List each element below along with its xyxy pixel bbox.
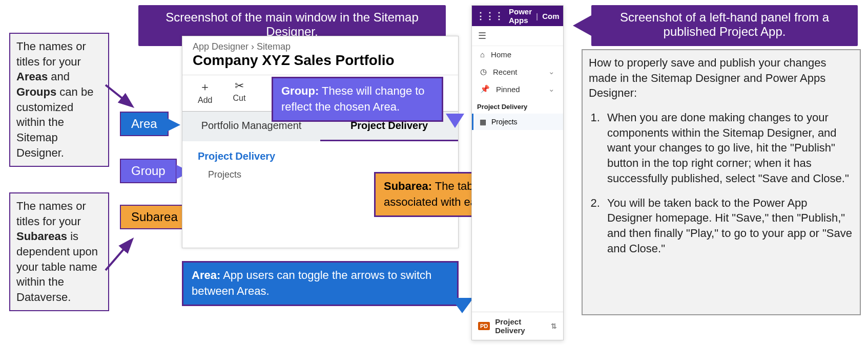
howto-step-2: You will be taken back to the Power App …	[603, 196, 854, 256]
callout-area-pointer	[451, 298, 473, 313]
svg-line-1	[106, 241, 131, 270]
arrow-to-tags-lower	[102, 235, 138, 276]
nav-home-label: Home	[491, 50, 511, 59]
cut-button[interactable]: ✂ Cut	[233, 79, 245, 105]
note-bold-areas: Areas	[16, 70, 48, 83]
tag-subarea: Subarea	[120, 205, 189, 229]
hamburger-button[interactable]: ☰	[472, 26, 563, 46]
note-subareas: The names or titles for your Subareas is…	[9, 192, 109, 311]
chevron-down-icon: ⌄	[548, 67, 555, 76]
callout-area: Area: App users can toggle the arrows to…	[182, 261, 459, 306]
nav-home[interactable]: ⌂ Home	[472, 46, 563, 63]
callout-subarea-label: Subarea:	[384, 180, 432, 192]
cut-label: Cut	[233, 94, 245, 102]
howto-box: How to properly save and publish your ch…	[582, 49, 861, 315]
home-icon: ⌂	[480, 50, 485, 59]
subarea-projects-label: Projects	[491, 118, 518, 126]
howto-step-1: When you are done making changes to your…	[603, 110, 854, 186]
callout-left-panel: Screenshot of a left-hand panel from a p…	[591, 5, 858, 46]
nav-pinned[interactable]: 📌 Pinned ⌄	[472, 80, 563, 98]
callout-group-label: Group:	[281, 84, 319, 97]
scissors-icon: ✂	[233, 79, 245, 93]
brand: Power Apps	[509, 7, 532, 25]
area-switcher[interactable]: PD Project Delivery ⇅	[472, 312, 563, 340]
nav-pinned-label: Pinned	[496, 85, 520, 94]
note-bold-groups: Groups	[16, 85, 56, 98]
chevron-updown-icon: ⇅	[551, 322, 557, 330]
howto-intro: How to properly save and publish your ch…	[589, 55, 854, 101]
chevron-down-icon: ⌄	[548, 84, 555, 94]
callout-group: Group: These will change to reflect the …	[272, 77, 443, 122]
tag-group: Group	[120, 159, 177, 183]
add-button[interactable]: ＋ Add	[198, 79, 212, 105]
brand-right: Com	[542, 12, 559, 20]
pin-icon: 📌	[480, 84, 490, 94]
note-text: The names or titles for your	[16, 200, 86, 228]
callout-area-text: App users can toggle the arrows to switc…	[192, 269, 431, 297]
grid-icon: ▦	[480, 118, 486, 126]
area-badge: PD	[478, 322, 490, 330]
callout-left-panel-pointer	[573, 15, 591, 36]
area-switcher-label: Project Delivery	[495, 317, 546, 335]
subarea-projects[interactable]: ▦ Projects	[472, 114, 563, 130]
separator: |	[536, 12, 538, 20]
waffle-icon[interactable]: ⋮⋮⋮	[476, 10, 504, 21]
note-bold-subareas: Subareas	[16, 230, 67, 243]
arrow-to-tags-upper	[102, 82, 138, 113]
app-header: ⋮⋮⋮ Power Apps | Com	[472, 6, 563, 26]
nav-recent-label: Recent	[493, 68, 518, 76]
nav-recent[interactable]: ◷ Recent ⌄	[472, 63, 563, 80]
note-text: The names or titles for your	[16, 40, 86, 68]
note-areas-groups: The names or titles for your Areas and G…	[9, 33, 109, 167]
add-label: Add	[198, 96, 212, 104]
page-title: Company XYZ Sales Portfolio	[182, 52, 458, 75]
tag-area: Area	[120, 112, 169, 136]
plus-icon: ＋	[198, 79, 212, 95]
section-project-delivery: Project Delivery	[472, 98, 563, 114]
breadcrumb: App Designer › Sitemap	[182, 36, 458, 52]
group-label[interactable]: Project Delivery	[182, 141, 458, 162]
clock-icon: ◷	[480, 67, 487, 76]
callout-area-label: Area:	[192, 269, 220, 281]
published-app-panel-screenshot: ⋮⋮⋮ Power Apps | Com ☰ ⌂ Home ◷ Recent ⌄…	[471, 5, 564, 340]
callout-group-pointer	[446, 114, 464, 128]
howto-list: When you are done making changes to your…	[603, 110, 854, 256]
svg-line-0	[106, 85, 131, 105]
note-text: and	[48, 70, 70, 83]
tag-area-pointer	[166, 118, 180, 132]
